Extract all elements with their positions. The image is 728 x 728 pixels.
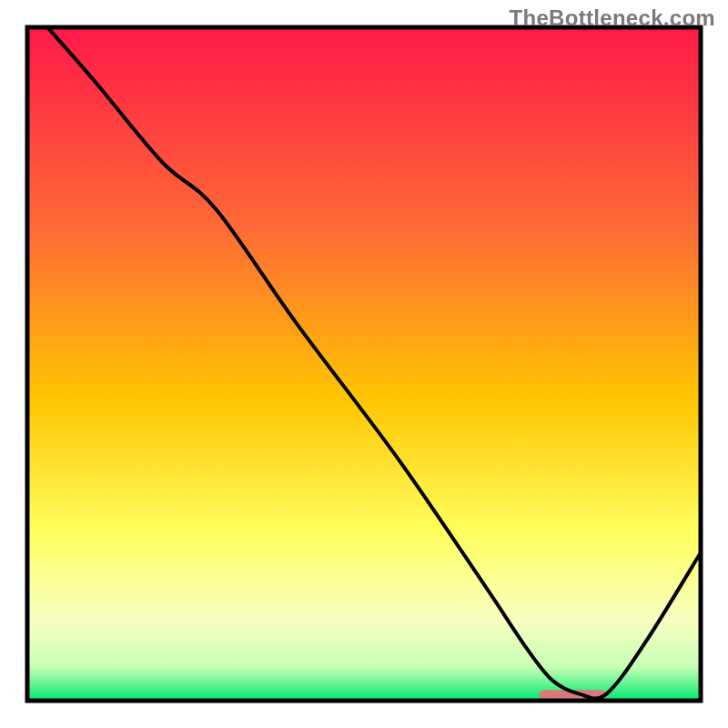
chart-svg <box>0 0 728 728</box>
watermark-label: TheBottleneck.com <box>510 5 715 31</box>
gradient-background <box>27 27 701 701</box>
bottleneck-chart: TheBottleneck.com <box>0 0 728 728</box>
